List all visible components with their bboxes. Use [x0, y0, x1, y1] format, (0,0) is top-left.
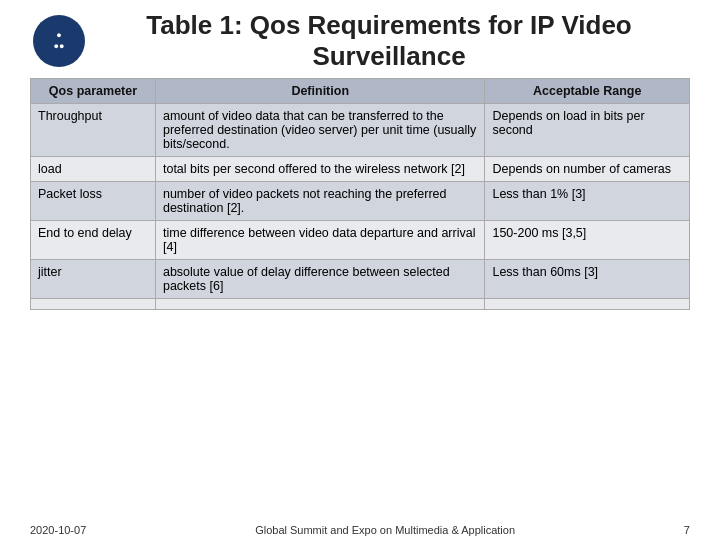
- cell-definition: amount of video data that can be transfe…: [155, 104, 485, 157]
- col-header-definition: Definition: [155, 79, 485, 104]
- cell-param: Throughput: [31, 104, 156, 157]
- table-row: Packet lossnumber of video packets not r…: [31, 182, 690, 221]
- footer-conference: Global Summit and Expo on Multimedia & A…: [255, 524, 515, 536]
- table-row: End to end delaytime difference between …: [31, 221, 690, 260]
- footer-date: 2020-10-07: [30, 524, 86, 536]
- cell-range: Depends on number of cameras: [485, 157, 690, 182]
- footer-page: 7: [684, 524, 690, 536]
- cell-definition: absolute value of delay difference betwe…: [155, 260, 485, 299]
- cell-range: 150-200 ms [3,5]: [485, 221, 690, 260]
- table-row: Throughputamount of video data that can …: [31, 104, 690, 157]
- table-row: [31, 299, 690, 310]
- table-row: loadtotal bits per second offered to the…: [31, 157, 690, 182]
- cell-param: End to end delay: [31, 221, 156, 260]
- title-line1: Table 1: Qos Requirements for IP Video: [146, 10, 631, 40]
- col-header-param: Qos parameter: [31, 79, 156, 104]
- table-row: jitterabsolute value of delay difference…: [31, 260, 690, 299]
- title-area: Table 1: Qos Requirements for IP Video S…: [88, 10, 690, 72]
- header: ●●● Table 1: Qos Requirements for IP Vid…: [30, 0, 690, 76]
- cell-definition: [155, 299, 485, 310]
- cell-param: [31, 299, 156, 310]
- page: ●●● Table 1: Qos Requirements for IP Vid…: [0, 0, 720, 540]
- page-title: Table 1: Qos Requirements for IP Video S…: [88, 10, 690, 72]
- cell-param: jitter: [31, 260, 156, 299]
- cell-range: Less than 1% [3]: [485, 182, 690, 221]
- cell-param: load: [31, 157, 156, 182]
- title-line2: Surveillance: [312, 41, 465, 71]
- cell-definition: total bits per second offered to the wir…: [155, 157, 485, 182]
- cell-definition: time difference between video data depar…: [155, 221, 485, 260]
- cell-range: Less than 60ms [3]: [485, 260, 690, 299]
- logo-area: ●●●: [30, 12, 88, 70]
- table-header-row: Qos parameter Definition Acceptable Rang…: [31, 79, 690, 104]
- footer: 2020-10-07 Global Summit and Expo on Mul…: [30, 518, 690, 540]
- cell-range: Depends on load in bits per second: [485, 104, 690, 157]
- cell-definition: number of video packets not reaching the…: [155, 182, 485, 221]
- cell-range: [485, 299, 690, 310]
- col-header-range: Acceptable Range: [485, 79, 690, 104]
- cell-param: Packet loss: [31, 182, 156, 221]
- qos-table: Qos parameter Definition Acceptable Rang…: [30, 78, 690, 310]
- logo-text: ●●●: [54, 30, 65, 52]
- logo-circle: ●●●: [33, 15, 85, 67]
